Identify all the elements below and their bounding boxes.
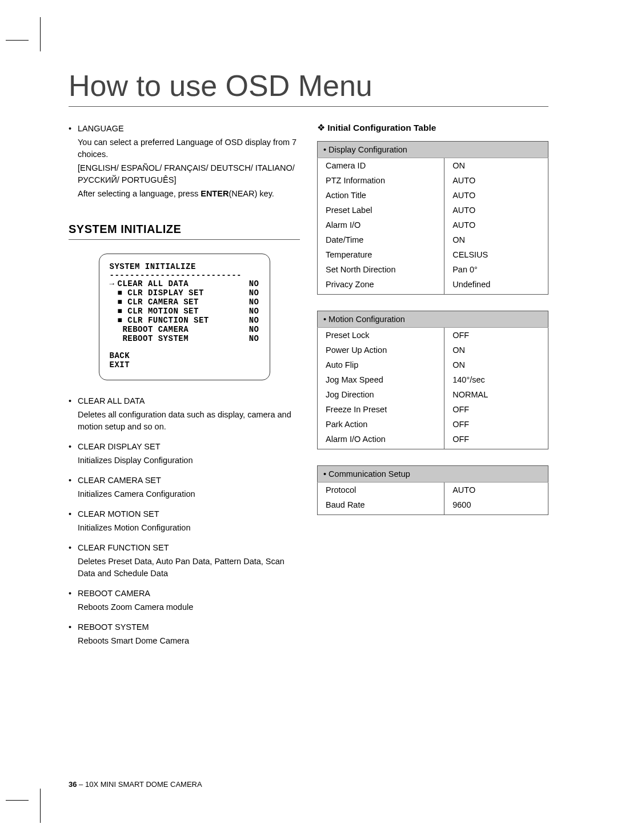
crop-mark (6, 29, 29, 51)
item-label: REBOOT CAMERA (78, 588, 300, 600)
list-item: CLEAR ALL DATADeletes all configuration … (78, 395, 300, 433)
item-desc: Initializes Motion Configuration (78, 520, 300, 534)
crop-mark (6, 789, 29, 811)
config-table-heading: Initial Configuration Table (317, 123, 548, 133)
osd-value: NO (249, 298, 259, 307)
table-row: Alarm I/O ActionOFF (318, 432, 548, 449)
cell: Preset Lock (318, 328, 444, 343)
item-desc: Deletes all configuration data such as d… (78, 407, 300, 433)
left-column: LANGUAGE You can select a preferred Lang… (69, 123, 300, 655)
footer-sep: – (77, 780, 85, 789)
osd-exit: EXIT (110, 360, 259, 369)
item-desc: Deletes Preset Data, Auto Pan Data, Patt… (78, 554, 300, 580)
table-row: Jog Max Speed140°/sec (318, 372, 548, 387)
osd-value: NO (249, 334, 259, 343)
osd-row: ■ CLR FUNCTION SETNO (110, 316, 259, 325)
table-row: Privacy ZoneUndefined (318, 277, 548, 295)
table-row: Auto FlipON (318, 357, 548, 372)
table-row: Freeze In PresetOFF (318, 402, 548, 417)
osd-back: BACK (110, 351, 259, 360)
table-row: TemperatureCELSIUS (318, 247, 548, 262)
osd-label: CLR MOTION SET (122, 307, 199, 316)
cell: Park Action (318, 417, 444, 432)
item-label: CLEAR CAMERA SET (78, 475, 300, 487)
osd-separator (110, 271, 259, 279)
table-row: Park ActionOFF (318, 417, 548, 432)
cell: AUTO (444, 203, 548, 218)
table-row: Set North DirectionPan 0° (318, 262, 548, 277)
cell: Alarm I/O Action (318, 432, 444, 449)
cell: Jog Direction (318, 387, 444, 402)
cell: Undefined (444, 277, 548, 295)
cell: OFF (444, 402, 548, 417)
cell: Pan 0° (444, 262, 548, 277)
osd-value: NO (249, 288, 259, 298)
item-label: CLEAR DISPLAY SET (78, 441, 300, 453)
cell: AUTO (444, 483, 548, 498)
table-row: Camera IDON (318, 158, 548, 174)
osd-title: SYSTEM INITIALIZE (110, 262, 259, 271)
table-row: Baud Rate9600 (318, 497, 548, 515)
osd-row: ■ CLR CAMERA SETNO (110, 298, 259, 307)
cell: 9600 (444, 497, 548, 515)
item-label: LANGUAGE (78, 123, 300, 135)
right-column: Initial Configuration Table Display Conf… (317, 123, 548, 655)
cell: AUTO (444, 173, 548, 188)
list-item: CLEAR MOTION SETInitializes Motion Confi… (78, 508, 300, 534)
table-row: Preset LockOFF (318, 328, 548, 343)
osd-value: NO (249, 325, 259, 334)
osd-value: NO (249, 316, 259, 325)
cell: Protocol (318, 483, 444, 498)
osd-row: ■ CLR DISPLAY SETNO (110, 288, 259, 298)
osd-menu-box: SYSTEM INITIALIZE →CLEAR ALL DATANO ■ CL… (99, 254, 270, 380)
osd-label: CLR CAMERA SET (122, 298, 199, 307)
cell: AUTO (444, 218, 548, 232)
item-desc: You can select a preferred Language of O… (78, 135, 300, 160)
text: (NEAR) key. (229, 189, 274, 198)
osd-value: NO (249, 307, 259, 316)
table-row: Power Up ActionON (318, 343, 548, 357)
product-name: 10X MINI SMART DOME CAMERA (85, 780, 202, 789)
item-desc: Initializes Camera Configuration (78, 487, 300, 500)
osd-value: NO (249, 279, 259, 288)
table-header: Communication Setup (318, 466, 548, 483)
cell: ON (444, 232, 548, 247)
cell: Temperature (318, 247, 444, 262)
item-label: CLEAR ALL DATA (78, 395, 300, 407)
cell: ON (444, 343, 548, 357)
cell: Action Title (318, 188, 444, 203)
cell: Power Up Action (318, 343, 444, 357)
cell: OFF (444, 328, 548, 343)
table-row: Jog DirectionNORMAL (318, 387, 548, 402)
osd-row: REBOOT SYSTEMNO (110, 334, 259, 343)
cell: 140°/sec (444, 372, 548, 387)
item-label: CLEAR FUNCTION SET (78, 542, 300, 554)
cell: OFF (444, 417, 548, 432)
cell: Auto Flip (318, 357, 444, 372)
cell: NORMAL (444, 387, 548, 402)
communication-setup-table: Communication Setup ProtocolAUTO Baud Ra… (317, 465, 548, 515)
table-header: Motion Configuration (318, 311, 548, 328)
cell: Date/Time (318, 232, 444, 247)
cell: CELSIUS (444, 247, 548, 262)
cell: Camera ID (318, 158, 444, 174)
table-row: Date/TimeON (318, 232, 548, 247)
cell: Preset Label (318, 203, 444, 218)
section-title-system-initialize: SYSTEM INITIALIZE (69, 223, 300, 240)
table-row: ProtocolAUTO (318, 483, 548, 498)
osd-row: REBOOT CAMERANO (110, 325, 259, 334)
table-row: PTZ InformationAUTO (318, 173, 548, 188)
cell: Alarm I/O (318, 218, 444, 232)
osd-label: REBOOT SYSTEM (118, 334, 189, 343)
list-item: REBOOT SYSTEMReboots Smart Dome Camera (78, 621, 300, 647)
osd-row: ■ CLR MOTION SETNO (110, 307, 259, 316)
table-row: Action TitleAUTO (318, 188, 548, 203)
enter-key-label: ENTER (201, 189, 229, 198)
table-header: Display Configuration (318, 142, 548, 158)
list-item: REBOOT CAMERAReboots Zoom Camera module (78, 588, 300, 613)
list-item: CLEAR CAMERA SETInitializes Camera Confi… (78, 475, 300, 500)
osd-label: REBOOT CAMERA (118, 325, 189, 334)
list-item: CLEAR FUNCTION SETDeletes Preset Data, A… (78, 542, 300, 580)
text: After selecting a language, press (78, 189, 201, 198)
item-label: REBOOT SYSTEM (78, 621, 300, 633)
